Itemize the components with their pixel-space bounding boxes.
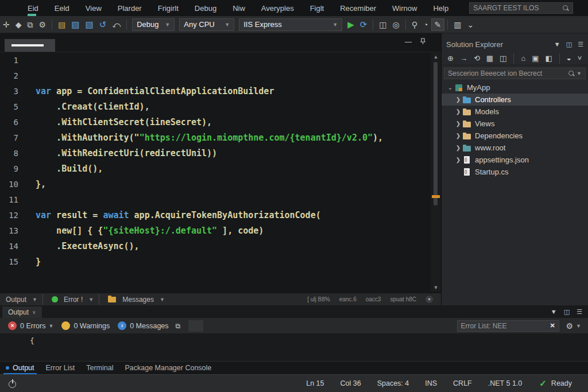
properties-icon[interactable]: ▣ bbox=[529, 53, 541, 63]
output-pin-icon[interactable]: ◫ bbox=[564, 308, 570, 316]
menu-item-averyples[interactable]: Averyples bbox=[253, 2, 302, 15]
window-icon[interactable]: ◧ bbox=[543, 53, 555, 63]
status-framework[interactable]: .NET 5 1.0 bbox=[488, 379, 523, 387]
scroll-down-icon[interactable]: ▼ bbox=[431, 285, 441, 290]
tree-item-dependencies[interactable]: ❯Dependencies bbox=[442, 130, 588, 142]
start-icon[interactable]: ▶ bbox=[345, 19, 357, 30]
output-panel-tab[interactable]: Output ∨ bbox=[2, 306, 42, 318]
more-chevron-icon[interactable]: ˅ bbox=[575, 53, 585, 63]
code-line[interactable]: 6 .WithClientSecret(iineSecret), bbox=[0, 115, 430, 130]
scroll-up-icon[interactable]: ▲ bbox=[431, 54, 441, 60]
output-dropdown-icon[interactable]: ▼ bbox=[551, 308, 557, 316]
profiler-icon[interactable]: ◔ bbox=[420, 19, 431, 30]
solution-search-box[interactable]: ▼ bbox=[444, 68, 586, 79]
quick-launch-input[interactable] bbox=[473, 4, 562, 12]
clean-icon[interactable]: ⌂ bbox=[519, 53, 528, 63]
panel-dropdown-icon[interactable]: ▼ bbox=[554, 41, 560, 48]
popout-icon[interactable]: ⧉ bbox=[176, 322, 181, 330]
menu-item-view[interactable]: View bbox=[78, 2, 110, 15]
config-dropdown-debug[interactable]: Debug▼ bbox=[132, 18, 175, 31]
code-line[interactable]: 10}, bbox=[0, 177, 430, 192]
scope-icon[interactable]: ⊕ bbox=[445, 53, 456, 63]
code-line[interactable]: 13 new[] { {"{siteHost}:/.default" ], co… bbox=[0, 223, 430, 239]
code-line[interactable]: 15} bbox=[0, 254, 430, 270]
code-line[interactable]: 14 .ExecuteAsync(), bbox=[0, 239, 430, 254]
code-line[interactable]: 11 bbox=[0, 192, 430, 208]
redo-icon[interactable]: ⤺ bbox=[109, 19, 123, 30]
chevron-collapsed-icon[interactable]: ❯ bbox=[454, 121, 462, 127]
tree-item-appsettings-json[interactable]: ❯appsettings.json bbox=[442, 154, 588, 166]
menu-item-wirnow[interactable]: Wirnow bbox=[384, 2, 425, 15]
menu-item-eeld[interactable]: Eeld bbox=[47, 2, 78, 15]
chevron-collapsed-icon[interactable]: ❯ bbox=[454, 96, 462, 103]
copy-icon[interactable]: ⧉ bbox=[25, 19, 36, 30]
bottom-tab-error-list[interactable]: Error List bbox=[40, 362, 81, 374]
tree-item-models[interactable]: ❯Models bbox=[442, 106, 588, 118]
status-column[interactable]: Col 36 bbox=[341, 379, 361, 387]
status-line[interactable]: Ln 15 bbox=[306, 379, 324, 387]
save-all-icon[interactable]: ▤ bbox=[55, 19, 68, 30]
tree-item-startup-cs[interactable]: Startup.cs bbox=[442, 166, 588, 178]
status-insert-mode[interactable]: INS bbox=[425, 379, 437, 387]
status-spaces[interactable]: Spaces: 4 bbox=[377, 379, 409, 387]
tree-item-myapp[interactable]: ⌄MyApp bbox=[442, 81, 588, 94]
target-icon[interactable]: ◎ bbox=[390, 19, 403, 30]
strip-error-dropdown[interactable]: Error ! bbox=[60, 296, 86, 304]
messages-filter[interactable]: 0 Messages bbox=[130, 322, 168, 330]
strip-output-dropdown[interactable]: Output bbox=[0, 296, 30, 304]
preview-icon[interactable]: ◫ bbox=[376, 19, 389, 30]
warnings-filter[interactable]: 0 Warnings bbox=[74, 322, 110, 330]
code-line[interactable]: 5 .Creaat(clientId), bbox=[0, 99, 430, 115]
panel-menu-icon[interactable]: ☰ bbox=[578, 41, 583, 48]
undo-icon[interactable]: ↺ bbox=[96, 19, 110, 30]
chevron-collapsed-icon[interactable]: ❯ bbox=[454, 145, 462, 151]
tree-item-controllers[interactable]: ❯Controllers bbox=[442, 94, 588, 106]
collapse-icon[interactable]: ⌄ bbox=[465, 19, 477, 30]
clear-search-icon[interactable]: ✕ bbox=[550, 322, 555, 329]
bottom-tab-output[interactable]: Output bbox=[0, 362, 40, 374]
menu-item-figlt[interactable]: Figlt bbox=[302, 2, 332, 15]
settings-icon[interactable]: ⚙ bbox=[36, 19, 49, 30]
bottom-tab-package-manager-console[interactable]: Package Manager Console bbox=[119, 362, 217, 374]
brush-icon[interactable]: ◆ bbox=[13, 19, 25, 30]
chevron-collapsed-icon[interactable]: ❯ bbox=[454, 108, 462, 115]
menu-item-plarder[interactable]: Plarder bbox=[110, 2, 150, 15]
error-list-search-input[interactable] bbox=[461, 322, 550, 330]
code-line[interactable]: 12var result = await app.AcquireTokenByA… bbox=[0, 208, 430, 223]
new-file-icon[interactable]: ▨ bbox=[68, 19, 82, 30]
chevron-collapsed-icon[interactable]: ❯ bbox=[454, 133, 462, 139]
errors-filter[interactable]: 0 Errors bbox=[20, 322, 45, 330]
status-line-endings[interactable]: CRLF bbox=[453, 379, 472, 387]
tree-item-www-root[interactable]: ❯www.root bbox=[442, 142, 588, 154]
scrollbar-thumb[interactable] bbox=[434, 62, 438, 205]
error-list-search-box[interactable]: ✕ bbox=[457, 320, 559, 332]
code-line[interactable]: 3var app = ConfidentialClientApplication… bbox=[0, 84, 430, 99]
panel-pin-icon[interactable]: ◫ bbox=[566, 41, 572, 48]
menu-item-recemiber[interactable]: Recemiber bbox=[332, 2, 384, 15]
output-content[interactable]: { bbox=[0, 334, 588, 362]
navigate-icon[interactable]: ✛ bbox=[0, 19, 13, 30]
docs-icon[interactable]: ▥ bbox=[451, 19, 464, 30]
menu-item-help[interactable]: Help bbox=[425, 2, 457, 15]
open-file-icon[interactable]: ▧ bbox=[83, 19, 96, 30]
code-area[interactable]: 123var app = ConfidentialClientApplicati… bbox=[0, 53, 430, 293]
config-dropdown-iis-express[interactable]: IIS Express▼ bbox=[239, 18, 342, 31]
output-menu-icon[interactable]: ☰ bbox=[577, 308, 582, 316]
editor-scrollbar[interactable]: ▲ ▼ bbox=[431, 53, 441, 292]
code-line[interactable]: 8 .WithRedirectUri(redirectUnil)) bbox=[0, 146, 430, 161]
pending-changes-icon[interactable]: ▦ bbox=[484, 53, 496, 63]
chevron-expanded-icon[interactable]: ⌄ bbox=[446, 84, 454, 91]
menu-item-niw[interactable]: Niw bbox=[225, 2, 253, 15]
code-line[interactable]: 9 .Build(), bbox=[0, 161, 430, 177]
strip-download-icon[interactable]: ▾ bbox=[425, 296, 433, 303]
pane-minimize-icon[interactable]: — bbox=[405, 38, 412, 46]
document-tab[interactable] bbox=[5, 39, 55, 52]
bottom-tab-terminal[interactable]: Terminal bbox=[80, 362, 119, 374]
pane-pin-icon[interactable] bbox=[420, 38, 426, 46]
config-dropdown-any-cpu[interactable]: Any CPU▼ bbox=[179, 18, 234, 31]
tree-item-views[interactable]: ❯Views bbox=[442, 118, 588, 130]
attach-icon[interactable]: ⚲ bbox=[409, 19, 420, 30]
refresh-icon[interactable]: ⟳ bbox=[357, 19, 370, 30]
sync-icon[interactable]: ⟲ bbox=[471, 53, 482, 63]
power-icon[interactable] bbox=[8, 379, 17, 388]
